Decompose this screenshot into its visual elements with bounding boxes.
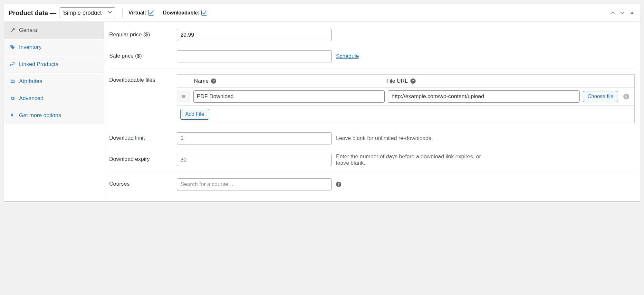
svg-rect-3 — [11, 81, 14, 82]
tab-label: Linked Products — [19, 61, 58, 68]
tab-label: Attributes — [19, 78, 42, 85]
tab-linked-products[interactable]: Linked Products — [4, 56, 104, 73]
divider — [109, 68, 635, 69]
help-icon[interactable]: ? — [211, 78, 216, 84]
downloadable-toggle[interactable]: Downloadable: — [163, 10, 207, 16]
files-table-head: Name ? File URL ? — [177, 75, 634, 88]
downloadable-files-row: Downloadable files Name ? File URL ? — [104, 70, 640, 128]
tab-attributes[interactable]: Attributes — [4, 73, 104, 90]
downloadable-label: Downloadable: — [163, 10, 200, 16]
courses-row: Courses ? — [104, 174, 640, 195]
sale-price-input[interactable] — [177, 50, 332, 62]
regular-price-label: Regular price ($) — [109, 29, 177, 38]
wrench-icon — [10, 28, 15, 33]
list-icon — [10, 79, 15, 84]
download-expiry-row: Download expiry Enter the number of days… — [104, 149, 640, 171]
help-icon[interactable]: ? — [336, 182, 341, 187]
download-limit-label: Download limit — [109, 132, 177, 141]
tab-advanced[interactable]: Advanced — [4, 90, 104, 107]
gear-icon — [10, 96, 15, 101]
move-down-icon[interactable] — [619, 10, 626, 16]
tag-icon — [10, 45, 15, 50]
regular-price-row: Regular price ($) — [104, 24, 640, 46]
panel-header-controls — [610, 10, 635, 16]
sale-price-label: Sale price ($) — [109, 50, 177, 59]
download-expiry-input[interactable] — [177, 154, 332, 166]
regular-price-input[interactable] — [177, 29, 332, 41]
download-limit-help: Leave blank for unlimited re-downloads. — [336, 135, 433, 142]
remove-file-icon[interactable] — [623, 94, 629, 99]
download-limit-row: Download limit Leave blank for unlimited… — [104, 128, 640, 149]
virtual-toggle[interactable]: Virtual: — [129, 10, 154, 16]
divider — [109, 172, 635, 172]
product-data-panel: Product data — Simple product Virtual: D… — [4, 4, 640, 202]
file-row: Choose file — [177, 88, 634, 106]
panel-header: Product data — Simple product Virtual: D… — [4, 4, 640, 22]
files-header-url: File URL — [387, 78, 408, 84]
product-type-select[interactable]: Simple product — [60, 7, 115, 18]
download-expiry-label: Download expiry — [109, 153, 177, 162]
product-type-select-wrap: Simple product — [60, 7, 115, 18]
downloadable-checkbox[interactable] — [201, 10, 207, 16]
virtual-label: Virtual: — [129, 10, 146, 16]
plug-icon — [10, 113, 15, 118]
drag-handle-icon[interactable] — [177, 90, 190, 103]
header-divider — [122, 8, 123, 17]
courses-label: Courses — [109, 178, 177, 187]
add-file-button[interactable]: Add File — [180, 109, 209, 120]
files-table-foot: Add File — [177, 106, 634, 123]
svg-point-0 — [11, 46, 12, 47]
help-icon[interactable]: ? — [410, 78, 416, 84]
schedule-link[interactable]: Schedule — [336, 53, 359, 60]
tab-inventory[interactable]: Inventory — [4, 39, 104, 56]
download-limit-input[interactable] — [177, 132, 332, 144]
tab-general[interactable]: General — [4, 22, 104, 39]
collapse-toggle-icon[interactable] — [629, 10, 635, 16]
tab-label: Inventory — [19, 44, 42, 51]
tabs: General Inventory Linked Products Attrib… — [4, 22, 104, 201]
panel-title: Product data — — [9, 9, 56, 17]
file-url-input[interactable] — [388, 90, 579, 103]
panel-body: General Inventory Linked Products Attrib… — [4, 22, 640, 201]
files-header-name: Name — [194, 78, 208, 84]
sale-price-row: Sale price ($) Schedule — [104, 46, 640, 67]
files-table: Name ? File URL ? — [177, 74, 635, 123]
form-area: Regular price ($) Sale price ($) Schedul… — [104, 22, 640, 201]
courses-search-input[interactable] — [177, 178, 332, 190]
download-expiry-help: Enter the number of days before a downlo… — [336, 153, 491, 166]
choose-file-button[interactable]: Choose file — [583, 91, 618, 102]
move-up-icon[interactable] — [610, 10, 616, 16]
tab-label: General — [19, 27, 38, 33]
svg-rect-2 — [11, 80, 14, 81]
link-icon — [10, 62, 15, 67]
tab-label: Advanced — [19, 95, 43, 102]
tab-label: Get more options — [19, 112, 61, 119]
downloadable-files-label: Downloadable files — [109, 74, 177, 83]
tab-get-more-options[interactable]: Get more options — [4, 107, 104, 124]
virtual-checkbox[interactable] — [148, 10, 154, 16]
file-name-input[interactable] — [193, 90, 385, 103]
